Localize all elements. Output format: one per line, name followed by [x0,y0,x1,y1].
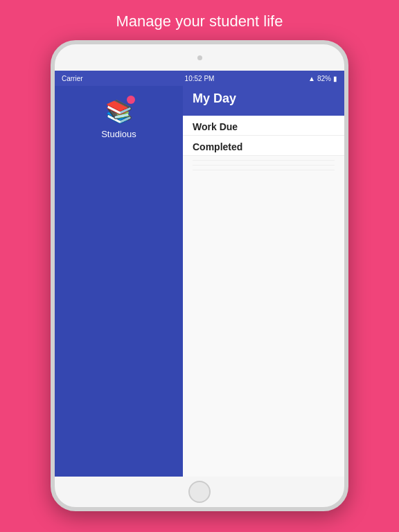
battery-area: ▲ 82% ▮ [245,75,337,82]
completed-header: Completed [183,136,344,156]
work-due-header: Work Due [183,116,344,136]
battery-icon: ▮ [333,75,337,82]
divider-3 [193,170,335,170]
battery-label: 82% [317,75,331,82]
time-label: 10:52 PM [154,75,246,82]
divider-1 [193,160,335,161]
page-title: My Day [193,91,335,106]
day-selector[interactable] [193,110,335,116]
tagline: Manage your student life [0,0,399,40]
sidebar-header: 📚 Studious [55,86,183,148]
sidebar: 📚 Studious [55,86,183,477]
home-button[interactable] [188,481,211,503]
camera [197,55,202,60]
tasks-container: Work Due Completed [183,116,344,477]
top-bezel [55,44,344,71]
device-frame: Carrier 10:52 PM ▲ 82% ▮ 📚 Studious [51,40,348,511]
wifi-icon: ▲ [308,75,315,82]
carrier-label: Carrier [62,75,154,82]
app-name: Studious [101,129,136,139]
app-container: 📚 Studious My Day Work Due Completed [55,86,344,477]
app-icon-stack: 📚 [105,97,134,126]
main-content: My Day Work Due Completed [183,86,344,477]
sidebar-nav [55,148,183,477]
main-header: My Day [183,86,344,116]
notification-badge [127,96,135,104]
status-bar: Carrier 10:52 PM ▲ 82% ▮ [55,71,344,86]
divider-2 [193,165,335,166]
bottom-bezel [55,477,344,507]
